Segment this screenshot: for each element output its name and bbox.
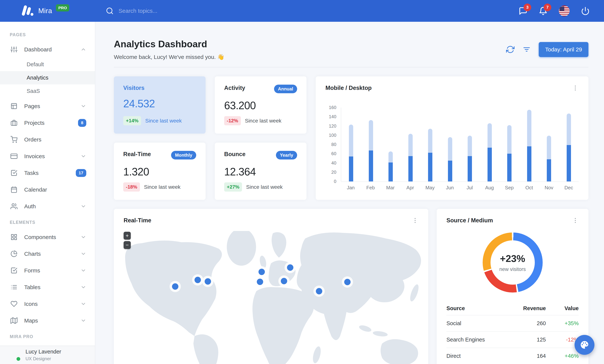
sidebar-item-maps[interactable]: Maps [0,312,95,329]
sidebar-item-icons[interactable]: Icons [0,296,95,312]
sidebar-item-label: Pages [24,103,80,109]
y-tick-label: 100 [324,133,336,138]
theme-settings-button[interactable] [575,335,594,355]
bar-mar [381,108,401,181]
card-menu-button[interactable] [572,85,579,91]
y-tick-label: 40 [324,160,336,166]
stat-value: 12.364 [224,165,297,178]
x-tick-label: Feb [361,185,381,191]
welcome-message: Welcome back, Lucy! We've missed you. 👋 [114,54,224,60]
page-title: Analytics Dashboard [114,39,224,50]
stat-caption: Since last week [246,184,283,190]
power-button[interactable] [581,7,590,15]
x-tick-label: Sep [499,185,519,191]
user-profile[interactable]: Lucy Lavender UX Designer [0,346,95,364]
sidebar-item-orders[interactable]: Orders [0,131,95,148]
y-tick-label: 60 [324,151,336,156]
stat-title: Activity [224,85,245,91]
x-tick-label: Aug [480,185,500,191]
plot-area [341,108,579,181]
world-map[interactable] [114,231,428,364]
sidebar-item-label: Tasks [24,170,76,176]
sidebar-item-auth[interactable]: Auth [0,198,95,215]
bar-jul [460,108,480,181]
stat-title: Real-Time [123,151,151,158]
map-marker [258,269,265,275]
divider [114,67,588,67]
bell-button[interactable]: 7 [539,7,548,15]
col-source: Source [446,305,514,312]
map-marker [205,278,211,285]
main-content: Analytics Dashboard Welcome back, Lucy! … [95,22,604,364]
sidebar-subitem-analytics[interactable]: Analytics [0,71,95,84]
search-input[interactable] [118,8,198,14]
y-axis: 020406080100120140160 [326,108,338,181]
sidebar-subitem-default[interactable]: Default [0,58,95,71]
cell-source: Social [446,320,514,326]
user-role: UX Designer [25,356,61,361]
chevron-down-icon [80,234,86,240]
chevron-down-icon [80,268,86,273]
users-icon [11,203,17,210]
y-tick-label: 0 [324,179,336,184]
bar-aug [480,108,500,181]
message-square-button[interactable]: 3 [519,7,528,15]
sidebar-item-projects[interactable]: Projects8 [0,114,95,131]
sidebar-subitem-saas[interactable]: SaaS [0,84,95,98]
stat-title: Bounce [224,151,246,158]
donut-center-value: +23% [500,253,525,264]
realtime-map-card: Real-Time + − [114,209,428,364]
sidebar-item-tasks[interactable]: Tasks17 [0,164,95,181]
navbar-actions: 37 [519,5,604,16]
x-tick-label: Dec [559,185,579,191]
zoom-in-button[interactable]: + [124,232,131,239]
cell-source: Search Engines [446,337,514,343]
zoom-out-button[interactable]: − [124,241,131,249]
sidebar-item-label: Charts [24,251,80,257]
table-row-social: Social260+35% [446,315,579,332]
sidebar-item-components[interactable]: Components [0,229,95,245]
sidebar-section-mira-pro: MIRA PRO [0,329,95,343]
sidebar-item-forms[interactable]: Forms [0,262,95,279]
sidebar-item-label: Forms [24,267,80,274]
stat-card-bounce: Bounce Yearly 12.364 +27% Since last wee… [215,143,306,200]
refresh-button[interactable] [506,45,515,54]
layout-icon [11,103,17,110]
chevron-down-icon [80,203,86,209]
cell-revenue: 260 [514,320,546,326]
page-header: Analytics Dashboard Welcome back, Lucy! … [114,39,588,60]
sidebar-item-label: Maps [24,317,80,324]
navbar-search[interactable] [106,7,198,15]
sidebar-item-charts[interactable]: Charts [0,245,95,262]
delta-badge: +14% [123,116,141,125]
bar-jun [440,108,460,181]
sidebar-item-invoices[interactable]: Invoices [0,148,95,164]
sidebar-item-tables[interactable]: Tables [0,279,95,296]
palette-icon [579,340,590,350]
period-badge: Yearly [276,151,297,160]
filter-button[interactable] [522,45,531,54]
sidebar-item-pages[interactable]: Pages [0,98,95,114]
y-tick-label: 140 [324,114,336,119]
cell-value: +35% [546,320,579,326]
map-marker [344,279,351,285]
sidebar-item-dashboard[interactable]: Dashboard [0,41,95,58]
heart-icon [11,301,17,307]
y-tick-label: 80 [324,142,336,147]
bar-feb [361,108,381,181]
us-flag-icon[interactable] [559,5,570,16]
sidebar-section-elements: ELEMENTS [0,215,95,229]
stat-card-activity: Activity Annual 63.200 -12% Since last w… [215,76,306,134]
chevron-up-icon [80,47,86,52]
count-badge: 17 [76,169,86,177]
sidebar-item-calendar[interactable]: Calendar [0,181,95,198]
col-value: Value [546,305,579,312]
card-title: Mobile / Desktop [326,85,372,91]
bar-nov [539,108,559,181]
date-range-button[interactable]: Today: April 29 [539,42,588,57]
card-menu-button[interactable] [572,217,579,224]
y-tick-label: 160 [324,105,336,110]
brand[interactable]: Mira PRO [0,5,95,17]
x-tick-label: Jul [460,185,480,191]
card-menu-button[interactable] [412,217,418,224]
